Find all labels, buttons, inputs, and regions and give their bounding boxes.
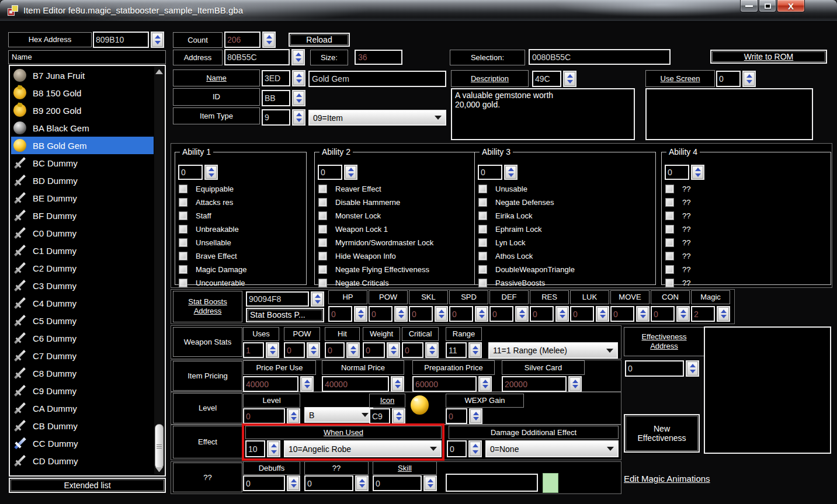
- spinner-buttons[interactable]: [392, 408, 405, 424]
- spinner-buttons[interactable]: [425, 342, 439, 358]
- spinner-buttons[interactable]: [478, 376, 492, 392]
- spinner-buttons[interactable]: [596, 306, 609, 322]
- spin-down-icon[interactable]: [296, 119, 302, 122]
- spin-down-icon[interactable]: [311, 351, 317, 354]
- ability-1-value-field[interactable]: 0: [178, 165, 218, 180]
- write-to-rom-button[interactable]: Write to ROM: [710, 50, 827, 64]
- id-field[interactable]: BB: [262, 90, 305, 106]
- spin-up-icon[interactable]: [396, 412, 402, 415]
- spin-up-icon[interactable]: [348, 168, 354, 171]
- description-id-field[interactable]: 49C: [532, 71, 576, 87]
- stat-value-spd[interactable]: 0: [449, 306, 488, 322]
- spinner-buttons[interactable]: [504, 165, 518, 180]
- stat-value[interactable]: 0: [530, 306, 554, 322]
- spin-up-icon[interactable]: [690, 364, 696, 367]
- name-id-field[interactable]: 3ED: [262, 70, 305, 86]
- checkbox[interactable]: [665, 265, 674, 274]
- stat-boosts-address-link[interactable]: Stat Boosts Address: [173, 291, 242, 322]
- use-screen-field[interactable]: 0: [716, 71, 756, 87]
- checkbox[interactable]: [318, 265, 327, 274]
- spinner-buttons[interactable]: [555, 306, 569, 322]
- spinner-buttons[interactable]: [311, 291, 324, 307]
- stat-value[interactable]: 2: [691, 306, 715, 322]
- spin-down-icon[interactable]: [291, 417, 297, 420]
- checkbox[interactable]: [318, 198, 327, 207]
- spin-up-icon[interactable]: [359, 479, 365, 482]
- level-rank-select[interactable]: B: [304, 407, 373, 423]
- spin-up-icon[interactable]: [482, 380, 488, 383]
- dropdown-arrow-icon[interactable]: [607, 447, 614, 451]
- spinner-buttons[interactable]: [676, 306, 690, 322]
- pricing-value-text[interactable]: 40000: [322, 376, 389, 392]
- spin-down-icon[interactable]: [560, 315, 565, 318]
- spin-up-icon[interactable]: [560, 310, 565, 313]
- spinner-buttons[interactable]: [151, 32, 164, 48]
- effectiveness-address-link[interactable]: Effectiveness Address: [624, 327, 704, 356]
- checkbox[interactable]: [665, 279, 674, 287]
- checkbox[interactable]: [478, 252, 487, 260]
- spinner-buttons[interactable]: [291, 49, 305, 65]
- stat-value[interactable]: 0: [610, 306, 634, 322]
- weapon-value[interactable]: 0: [325, 342, 345, 358]
- spinner-buttons[interactable]: [346, 342, 360, 358]
- list-item[interactable]: BE Dummy: [11, 189, 154, 207]
- checkbox[interactable]: [179, 238, 187, 247]
- stat-value[interactable]: 0: [651, 306, 675, 322]
- scroll-up-icon[interactable]: [155, 69, 163, 74]
- spin-up-icon[interactable]: [395, 380, 401, 383]
- spin-down-icon[interactable]: [508, 173, 514, 177]
- when-used-select[interactable]: 10=Angelic Robe: [284, 440, 442, 457]
- spinner-buttons[interactable]: [435, 306, 448, 322]
- dropdown-arrow-icon[interactable]: [435, 116, 442, 120]
- spin-up-icon[interactable]: [266, 35, 272, 39]
- stat-value[interactable]: 0: [489, 306, 513, 322]
- spin-down-icon[interactable]: [348, 173, 354, 177]
- close-button[interactable]: X: [777, 0, 805, 12]
- checkbox[interactable]: [318, 279, 327, 287]
- checkbox[interactable]: [179, 279, 187, 287]
- bottom-col-header-skill[interactable]: Skill: [373, 461, 437, 475]
- spin-up-icon[interactable]: [572, 380, 578, 383]
- minimize-button[interactable]: [740, 0, 758, 12]
- dropdown-arrow-icon[interactable]: [362, 413, 369, 417]
- name-text-field[interactable]: Gold Gem: [308, 71, 446, 87]
- checkbox[interactable]: [318, 238, 327, 247]
- stat-value-skl[interactable]: 0: [409, 306, 448, 322]
- spin-down-icon[interactable]: [680, 315, 686, 318]
- spinner-buttons[interactable]: [266, 342, 279, 358]
- damage-effect-field[interactable]: 0: [447, 440, 482, 457]
- spin-down-icon[interactable]: [350, 351, 356, 354]
- checkbox[interactable]: [478, 198, 487, 207]
- spin-up-icon[interactable]: [296, 93, 302, 97]
- spin-down-icon[interactable]: [600, 315, 606, 318]
- weapon-value-uses[interactable]: 1: [243, 342, 279, 358]
- spinner-buttons[interactable]: [292, 109, 305, 126]
- list-item[interactable]: C2 Dummy: [11, 259, 154, 277]
- stat-value-def[interactable]: 0: [489, 306, 529, 322]
- weapon-value[interactable]: 0: [363, 342, 385, 358]
- spin-down-icon[interactable]: [359, 484, 365, 488]
- spin-up-icon[interactable]: [391, 346, 397, 349]
- spin-down-icon[interactable]: [271, 450, 277, 454]
- spinner-buttons[interactable]: [344, 165, 357, 180]
- spin-up-icon[interactable]: [695, 168, 701, 171]
- ability-4-value-field[interactable]: 0: [665, 165, 704, 180]
- stat-value[interactable]: 0: [449, 306, 473, 322]
- when-used-link[interactable]: When Used: [245, 426, 442, 439]
- size-field[interactable]: 36: [355, 50, 402, 65]
- checkbox[interactable]: [318, 225, 327, 234]
- damage-effect-field-value[interactable]: 0: [447, 440, 467, 457]
- list-scrollbar[interactable]: [154, 67, 164, 475]
- checkbox[interactable]: [665, 185, 674, 193]
- spinner-buttons[interactable]: [355, 475, 369, 491]
- stat-value-move[interactable]: 0: [610, 306, 650, 322]
- spin-up-icon[interactable]: [209, 168, 214, 171]
- spin-down-icon[interactable]: [391, 351, 397, 354]
- spinner-buttons[interactable]: [307, 342, 320, 358]
- spin-up-icon[interactable]: [640, 310, 646, 313]
- checkbox[interactable]: [665, 225, 674, 234]
- spin-up-icon[interactable]: [508, 168, 514, 171]
- weapon-value[interactable]: 0: [402, 342, 423, 358]
- spin-up-icon[interactable]: [721, 310, 727, 313]
- pricing-value[interactable]: 60000: [412, 376, 492, 392]
